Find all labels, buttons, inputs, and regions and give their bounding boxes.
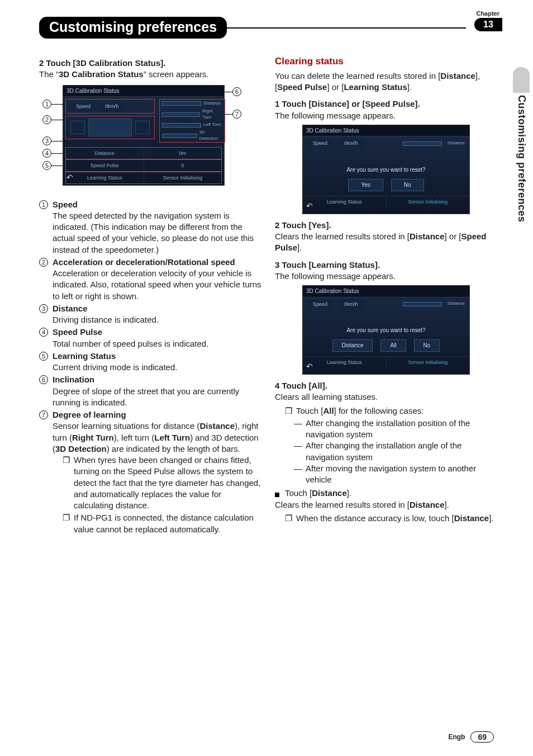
right-step2-head: 2 Touch [Yes]. <box>275 220 497 231</box>
dlg1-speed-value: 0km/h <box>339 139 364 148</box>
callout-4: 4 <box>42 149 51 158</box>
row-speedpulse-l: Speed Pulse <box>66 160 144 171</box>
touch-distance-line: Touch [Distance]. <box>275 488 497 499</box>
anno-learn-body: Current driving mode is indicated. <box>53 362 261 373</box>
dlg1-title: 3D Calibration Status <box>303 125 469 137</box>
dlg2-all-button[interactable]: All <box>380 339 406 352</box>
anno-learn-head: Learning Status <box>53 351 261 362</box>
side-tab-text: Customising preferences <box>516 95 527 223</box>
page-footer: Engb 69 <box>448 731 494 743</box>
chapter-number-badge: 13 <box>474 18 502 31</box>
dlg2-bottom-r: Sensor Initialising <box>387 357 470 368</box>
right-step1-msg: The following message appears. <box>275 110 497 121</box>
anno-accel-body: Acceleration or deceleration velocity of… <box>53 268 261 302</box>
page-title: Customising preferences <box>39 17 227 39</box>
page-header: Chapter 13 Customising preferences <box>39 17 499 39</box>
reset-dialog-2: 3D Calibration Status Speed 0km/h Distan… <box>302 285 470 375</box>
note-icon: ❐ <box>63 512 70 535</box>
back-icon: ↶ <box>306 201 313 211</box>
step4-dash-2: After changing the installation angle of… <box>306 440 497 463</box>
callout-7: 7 <box>232 110 241 119</box>
dlg1-message: Are you sure you want to reset? <box>303 150 469 179</box>
anno-speedpulse-head: Speed Pulse <box>53 327 261 338</box>
screen-title: 3D Calibration Status <box>63 86 224 97</box>
anno-distance-body: Driving distance is indicated. <box>53 314 261 325</box>
back-icon: ↶ <box>66 172 73 183</box>
dlg2-bottom-l: Learning Status <box>303 357 387 368</box>
speed-value: 0km/h <box>99 102 125 111</box>
dlg1-bottom-r: Sensor Initialising <box>387 196 470 207</box>
callout-6: 6 <box>232 87 241 96</box>
step4-dash-3: After moving the navigation system to an… <box>306 463 497 486</box>
dlg2-distance-button[interactable]: Distance <box>332 339 373 352</box>
prog-left-turn: Left Turn <box>203 122 221 128</box>
right-step4-line: Clears all learning statuses. <box>275 391 497 403</box>
dlg1-bottom-l: Learning Status <box>303 196 387 207</box>
step4-dash-1: After changing the installation position… <box>306 418 497 441</box>
right-step4-head: 4 Touch [All]. <box>275 380 497 391</box>
degree-bullet-2: If ND-PG1 is connected, the distance cal… <box>74 512 261 535</box>
dlg1-speed-label: Speed <box>307 139 333 148</box>
calibration-screen: 3D Calibration Status Speed 0km/h <box>63 85 225 186</box>
degree-bullet-1: When tyres have been changed or chains f… <box>74 455 261 511</box>
step4-bullet-lead: Touch [All] for the following cases: <box>296 405 423 417</box>
prog-3d-detection: 3D Detection <box>199 130 222 142</box>
footer-lang: Engb <box>448 733 465 741</box>
anno-speedpulse-body: Total number of speed pulses is indicate… <box>53 338 261 349</box>
clearing-status-heading: Clearing status <box>275 55 497 68</box>
callout-3: 3 <box>42 136 51 145</box>
dlg1-no-button[interactable]: No <box>391 179 424 191</box>
anno-accel-head: Acceleration or deceleration/Rotational … <box>53 257 261 268</box>
note-icon: ❐ <box>285 405 293 417</box>
annotation-list: 1 Speed The speed detected by the naviga… <box>39 199 261 536</box>
right-column: Clearing status You can delete the learn… <box>275 55 497 537</box>
row-learn-l: Learning Status <box>66 172 144 183</box>
prog-distance: Distance <box>203 101 221 107</box>
reset-dialog-1: 3D Calibration Status Speed 0km/h Distan… <box>302 125 470 214</box>
callout-5: 5 <box>42 161 51 170</box>
right-step3-msg: The following message appears. <box>275 271 497 282</box>
calibration-diagram: 3D Calibration Status Speed 0km/h <box>42 85 244 191</box>
dlg1-yes-button[interactable]: Yes <box>348 179 383 191</box>
anno-incline-head: Inclination <box>53 374 261 385</box>
gauge-incline <box>135 121 150 134</box>
callout-1: 1 <box>42 100 51 108</box>
clearing-intro: You can delete the learned results store… <box>275 70 497 93</box>
note-icon: ❐ <box>285 513 293 524</box>
anno-speed-head: Speed <box>53 199 261 210</box>
callout-2: 2 <box>42 115 51 124</box>
gauge-acc <box>70 121 85 134</box>
note-icon: ❐ <box>63 455 70 511</box>
touch-distance-body: Clears the learned results stored in [Di… <box>275 499 497 511</box>
right-step3-head: 3 Touch [Learning Status]. <box>275 259 497 271</box>
square-bullet-icon <box>275 493 279 497</box>
touch-distance-bullet: When the distance accuracy is low, touch… <box>296 513 494 524</box>
dlg2-speed-value: 0km/h <box>339 300 364 309</box>
anno-speed-body: The speed detected by the navigation sys… <box>53 210 261 256</box>
left-step2-desc: The “3D Calibration Status” screen appea… <box>39 69 261 80</box>
left-step2-head: 2 Touch [3D Calibration Status]. <box>39 58 261 69</box>
dlg2-speed-label: Speed <box>307 300 333 309</box>
chapter-label: Chapter <box>476 10 499 17</box>
anno-degree-head: Degree of learning <box>53 409 261 420</box>
anno-degree-body: Sensor learning situations for distance … <box>53 420 261 455</box>
back-icon: ↶ <box>306 361 313 372</box>
footer-page-number: 69 <box>470 731 494 743</box>
title-rule <box>227 27 466 29</box>
right-step2-body: Clears the learned results stored in [Di… <box>275 231 497 254</box>
dlg2-prog: Distance <box>448 301 465 307</box>
anno-incline-body: Degree of slope of the street that you a… <box>53 386 261 409</box>
dlg1-prog: Distance <box>448 140 465 147</box>
row-learn-r: Sensor Initialising <box>144 172 222 183</box>
prog-right-turn: Right Turn <box>202 108 222 121</box>
row-distance-l: Distance <box>66 148 144 159</box>
row-speedpulse-r: 0 <box>144 160 222 171</box>
gauge-rotation <box>88 119 132 136</box>
dlg2-no-button[interactable]: No <box>414 339 440 352</box>
speed-label: Speed <box>70 102 96 111</box>
left-column: 2 Touch [3D Calibration Status]. The “3D… <box>39 55 261 537</box>
dlg2-title: 3D Calibration Status <box>303 286 469 297</box>
right-step1-head: 1 Touch [Distance] or [Speed Pulse]. <box>275 98 497 110</box>
dlg2-message: Are you sure you want to reset? <box>303 311 469 340</box>
row-distance-r: 0m <box>144 148 222 159</box>
